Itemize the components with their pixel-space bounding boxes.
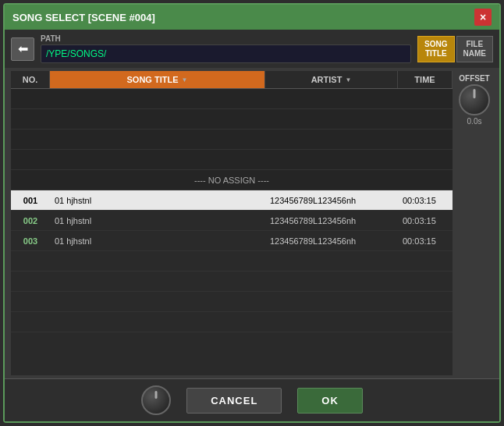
cancel-button[interactable]: CANCEL bbox=[186, 388, 282, 414]
main-content: NO. SONG TITLE ▼ ARTIST ▼ TIME bbox=[5, 68, 499, 421]
song-select-dialog: SONG SELECT [SCENE #004] × ⬅ PATH SONGTI… bbox=[3, 3, 501, 423]
knob-container: 0.0s bbox=[459, 84, 490, 126]
table-row[interactable]: 002 01 hjhstnl 123456789L123456nh 00:03:… bbox=[11, 211, 453, 231]
empty-rows-top bbox=[11, 89, 453, 170]
table-body: ---- NO ASSIGN ---- 001 01 hjhstnl 12345… bbox=[11, 89, 453, 375]
empty-row-1[interactable] bbox=[11, 89, 453, 109]
path-label: PATH bbox=[41, 34, 411, 43]
offset-label: OFFSET bbox=[459, 74, 489, 83]
row-3-title: 01 hjhstnl bbox=[50, 235, 265, 247]
row-2-artist: 123456789L123456nh bbox=[265, 215, 398, 227]
empty-row-8[interactable] bbox=[11, 312, 453, 332]
close-button[interactable]: × bbox=[474, 9, 492, 26]
footer-buttons: CANCEL OK bbox=[5, 378, 499, 421]
back-icon: ⬅ bbox=[18, 41, 28, 56]
content-area: NO. SONG TITLE ▼ ARTIST ▼ TIME bbox=[5, 68, 499, 378]
header-song-title: SONG TITLE ▼ bbox=[50, 71, 265, 88]
table-header: NO. SONG TITLE ▼ ARTIST ▼ TIME bbox=[11, 71, 453, 89]
empty-row-5[interactable] bbox=[11, 251, 453, 272]
empty-row-3[interactable] bbox=[11, 130, 453, 150]
row-1-artist: 123456789L123456nh bbox=[265, 194, 398, 207]
table-wrapper: NO. SONG TITLE ▼ ARTIST ▼ TIME bbox=[11, 71, 453, 375]
path-group: PATH bbox=[41, 34, 411, 63]
song-title-toggle-button[interactable]: SONGTITLE bbox=[417, 36, 454, 62]
artist-sort-arrow-icon: ▼ bbox=[345, 76, 351, 83]
row-2-time: 00:03:15 bbox=[398, 215, 453, 227]
path-input[interactable] bbox=[41, 44, 411, 63]
no-assign-label: ---- NO ASSIGN ---- bbox=[11, 174, 453, 186]
row-1-title: 01 hjhstnl bbox=[50, 194, 265, 207]
table-row[interactable]: 001 01 hjhstnl 123456789L123456nh 00:03:… bbox=[11, 190, 453, 211]
view-toggle: SONGTITLE FILENAME bbox=[417, 36, 493, 62]
row-1-no: 001 bbox=[11, 194, 50, 207]
table-row[interactable]: 003 01 hjhstnl 123456789L123456nh 00:03:… bbox=[11, 231, 453, 251]
sort-arrow-icon: ▼ bbox=[182, 76, 188, 83]
row-2-no: 002 bbox=[11, 215, 50, 227]
ok-button[interactable]: OK bbox=[297, 388, 363, 414]
empty-row-4[interactable] bbox=[11, 150, 453, 170]
offset-knob[interactable] bbox=[459, 84, 490, 115]
empty-row-7[interactable] bbox=[11, 292, 453, 312]
header-artist: ARTIST ▼ bbox=[265, 71, 398, 88]
path-row: ⬅ PATH SONGTITLE FILENAME bbox=[5, 30, 499, 68]
row-1-time: 00:03:15 bbox=[398, 194, 453, 207]
header-time: TIME bbox=[398, 71, 453, 88]
main-dial-knob[interactable] bbox=[141, 385, 171, 415]
dialog-title: SONG SELECT [SCENE #004] bbox=[12, 12, 155, 23]
file-name-toggle-button[interactable]: FILENAME bbox=[456, 36, 493, 62]
empty-row-6[interactable] bbox=[11, 272, 453, 292]
title-bar: SONG SELECT [SCENE #004] × bbox=[5, 5, 499, 30]
no-assign-row[interactable]: ---- NO ASSIGN ---- bbox=[11, 170, 453, 190]
footer-left bbox=[141, 385, 171, 415]
row-3-artist: 123456789L123456nh bbox=[265, 235, 398, 247]
offset-panel: OFFSET 0.0s bbox=[453, 68, 499, 378]
back-button[interactable]: ⬅ bbox=[11, 37, 34, 61]
empty-row-2[interactable] bbox=[11, 109, 453, 130]
row-3-time: 00:03:15 bbox=[398, 235, 453, 247]
row-2-title: 01 hjhstnl bbox=[50, 215, 265, 227]
row-3-no: 003 bbox=[11, 235, 50, 247]
offset-value: 0.0s bbox=[467, 117, 482, 126]
header-no: NO. bbox=[11, 71, 50, 88]
